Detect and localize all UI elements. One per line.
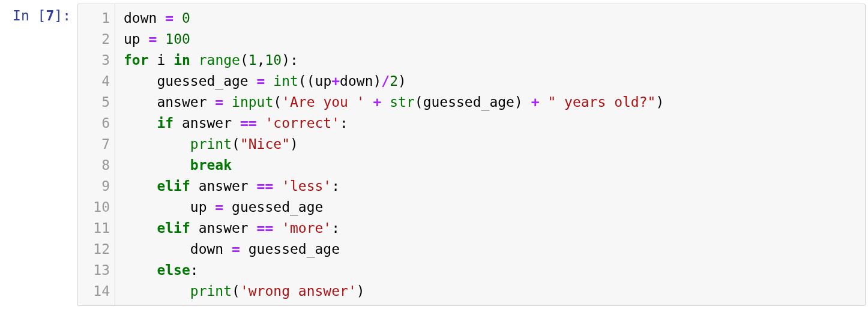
code-token [149,52,157,68]
code-token [173,10,182,26]
code-token: 100 [165,31,190,47]
code-token: 'correct' [265,115,340,131]
code-editor[interactable]: down = 0up = 100for i in range(1,10): gu… [115,4,865,305]
code-token [190,52,199,68]
code-token [124,241,190,257]
code-line[interactable]: print("Nice") [124,134,858,155]
code-token: i [157,52,165,68]
code-token: if [157,115,173,131]
code-token: : [340,115,348,131]
line-number: 8 [86,155,110,176]
code-token: ) [398,73,406,89]
code-token: guessed_age [249,241,340,257]
code-token [257,115,265,131]
code-token: 'wrong answer' [240,283,357,299]
line-number: 3 [86,50,110,71]
code-token: = [232,241,240,257]
code-token [223,94,232,110]
code-token: answer [190,178,257,194]
code-token [124,220,157,236]
code-token: print [190,283,232,299]
code-token [206,94,215,110]
code-token: int [273,73,298,89]
code-token: ((up [298,73,331,89]
code-token: in [173,52,190,68]
code-token: == [257,178,274,194]
line-number: 12 [86,239,110,260]
code-token: up [124,31,140,47]
code-token [265,73,273,89]
code-token [124,136,190,152]
code-token: = [215,94,223,110]
code-token [165,52,173,68]
code-line[interactable]: guessed_age = int((up+down)/2) [124,71,858,92]
code-token [124,283,190,299]
code-token: ) [656,94,664,110]
code-line[interactable]: down = guessed_age [124,239,858,260]
code-line[interactable]: elif answer == 'more': [124,218,858,239]
code-line[interactable]: if answer == 'correct': [124,113,858,134]
line-number: 2 [86,29,110,50]
code-token: ( [240,52,249,68]
code-token: ( [232,136,240,152]
code-token: = [149,31,157,47]
code-token: ( [273,94,282,110]
code-token: : [331,220,340,236]
notebook-cell: In [7]: 1234567891011121314 down = 0up =… [0,0,868,310]
code-token: / [381,73,390,89]
prompt-number: 7 [46,8,54,23]
line-number: 11 [86,218,110,239]
code-token: 'more' [282,220,331,236]
code-token: guessed_age [157,73,248,89]
code-token: ) [357,283,365,299]
code-token: ): [282,52,298,68]
code-line[interactable]: else: [124,260,858,281]
code-token [157,10,165,26]
code-token: answer [190,220,257,236]
line-number: 6 [86,113,110,134]
line-number-gutter: 1234567891011121314 [77,4,115,305]
code-token [206,199,215,215]
code-input-area[interactable]: 1234567891011121314 down = 0up = 100for … [77,4,866,306]
code-token [157,31,165,47]
code-token: = [165,10,173,26]
code-line[interactable]: elif answer == 'less': [124,176,858,197]
code-token: "Nice" [240,136,290,152]
code-token [240,241,249,257]
line-number: 4 [86,71,110,92]
prompt-label: In [13,8,29,23]
code-token: down [124,10,157,26]
code-token [124,178,157,194]
code-token: == [257,220,274,236]
code-token: down) [340,73,381,89]
code-line[interactable]: up = 100 [124,29,858,50]
code-token: guessed_age [232,199,323,215]
prompt-open-bracket: [ [29,8,46,23]
code-token [365,94,373,110]
code-token: 2 [390,73,398,89]
code-token [223,199,232,215]
code-token [273,178,282,194]
prompt-close-bracket: ]: [54,8,71,23]
code-line[interactable]: answer = input('Are you ' + str(guessed_… [124,92,858,113]
code-token: 0 [182,10,190,26]
code-token: 10 [265,52,282,68]
code-line[interactable]: print('wrong answer') [124,281,858,302]
code-token: + [331,73,340,89]
code-token [140,31,149,47]
code-token: str [390,94,415,110]
code-token [124,262,157,278]
code-line[interactable]: for i in range(1,10): [124,50,858,71]
line-number: 9 [86,176,110,197]
code-token: + [531,94,540,110]
line-number: 10 [86,197,110,218]
code-token: , [257,52,265,68]
code-token: = [257,73,265,89]
code-token: (guessed_age) [415,94,531,110]
code-token [249,73,257,89]
code-line[interactable]: up = guessed_age [124,197,858,218]
cell-prompt: In [7]: [5,4,77,25]
code-line[interactable]: down = 0 [124,8,858,29]
code-token: + [373,94,382,110]
code-line[interactable]: break [124,155,858,176]
